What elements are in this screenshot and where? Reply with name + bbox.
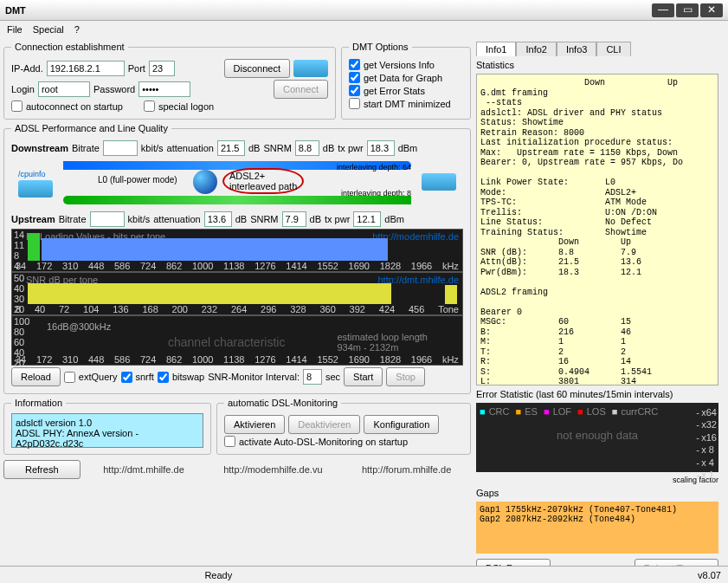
intdepth64-label: interleaving depth: 64 xyxy=(337,163,411,172)
link2[interactable]: http://modemhilfe.de.vu xyxy=(223,464,322,475)
login-label: Login xyxy=(11,84,35,94)
info-box: adslctl version 1.0 ADSL PHY: AnnexA ver… xyxy=(11,413,203,448)
ds-dbm: dBm xyxy=(398,143,418,153)
us-txpwr-label: tx pwr xyxy=(325,214,350,224)
start-button[interactable]: Start xyxy=(344,367,383,386)
menubar: File Special ? xyxy=(0,21,728,38)
snrft-checkbox[interactable] xyxy=(121,372,132,383)
information-legend: Information xyxy=(11,398,66,408)
get-graph-checkbox[interactable] xyxy=(349,72,360,83)
tab-info3[interactable]: Info3 xyxy=(557,42,596,56)
bitswap-label: bitswap xyxy=(172,372,204,382)
ip-input[interactable] xyxy=(47,61,125,76)
close-button[interactable]: ✕ xyxy=(700,3,723,17)
us-bitrate-label: Bitrate xyxy=(59,214,87,224)
ip-label: IP-Add. xyxy=(11,63,43,74)
konfiguration-button[interactable]: Konfiguration xyxy=(364,415,439,434)
pilot-bar xyxy=(28,233,40,261)
titlebar: DMT — ▭ ✕ xyxy=(0,0,728,21)
minimize-button[interactable]: — xyxy=(652,3,674,17)
ds-bit-bars xyxy=(42,238,388,261)
ds-attn-input[interactable] xyxy=(217,140,245,156)
statistics-label: Statistics xyxy=(476,60,718,70)
tab-info1[interactable]: Info1 xyxy=(476,42,516,56)
lof-label: LOF xyxy=(553,406,571,417)
get-versions-checkbox[interactable] xyxy=(349,59,360,70)
menu-file[interactable]: File xyxy=(7,24,23,35)
us-db2: dB xyxy=(310,214,321,224)
us-txpwr-input[interactable] xyxy=(353,211,381,227)
link3[interactable]: http://forum.mhilfe.de xyxy=(362,464,451,475)
us-snrm-input[interactable] xyxy=(282,211,306,227)
ds-bitrate-input[interactable] xyxy=(103,140,138,156)
speciallogon-checkbox[interactable] xyxy=(144,100,155,112)
get-errors-checkbox[interactable] xyxy=(349,85,360,96)
tab-info2[interactable]: Info2 xyxy=(516,42,556,56)
info-line2: ADSL PHY: AnnexA version - A2pD032c.d23c xyxy=(16,428,199,449)
activate-automon-checkbox[interactable] xyxy=(224,436,235,447)
interleaved-label: interleaved path xyxy=(229,181,297,191)
get-versions-label: get Versions Info xyxy=(364,60,435,70)
stop-button[interactable]: Stop xyxy=(386,367,425,386)
snrmon-input[interactable] xyxy=(303,369,322,385)
autoconnect-label: autoconnect on startup xyxy=(26,101,123,112)
minimized-checkbox[interactable] xyxy=(349,98,360,109)
ds-db2: dB xyxy=(323,143,334,153)
status-text: Ready xyxy=(0,570,437,580)
disconnect-button[interactable]: Disconnect xyxy=(224,59,290,78)
error-statistic-graph: ■CRC ■ES ■LOF ■LOS ■currCRC not enough d… xyxy=(476,403,718,472)
modem-right-icon xyxy=(422,173,456,191)
minimized-label: start DMT minimized xyxy=(364,99,451,109)
mode-circled: ADSL2+ interleaved path xyxy=(222,168,304,194)
connect-button[interactable]: Connect xyxy=(274,80,328,99)
connection-legend: Connection establishment xyxy=(11,42,128,52)
aktivieren-button[interactable]: Aktivieren xyxy=(224,415,285,434)
link1[interactable]: http://dmt.mhilfe.de xyxy=(103,464,184,475)
ds-txpwr-input[interactable] xyxy=(367,140,395,156)
modem-icon xyxy=(293,60,328,77)
l0-label: L0 (full-power mode) xyxy=(98,175,177,185)
tab-cli[interactable]: CLI xyxy=(596,42,630,56)
connection-fieldset: Connection establishment IP-Add. Port Di… xyxy=(3,42,336,120)
autoconnect-checkbox[interactable] xyxy=(11,100,23,112)
extquery-checkbox[interactable] xyxy=(64,372,75,383)
get-graph-label: get Data for Graph xyxy=(364,73,442,83)
login-input[interactable] xyxy=(38,81,90,97)
automon-fieldset: automatic DSL-Monitoring Aktivieren Deak… xyxy=(216,398,471,455)
adsl-legend: ADSL Performance and Line Quality xyxy=(11,123,171,133)
us-kbits: kbit/s xyxy=(128,214,151,224)
statistics-text[interactable]: Down Up G.dmt framing --stats adslctl: A… xyxy=(476,74,718,385)
cpuinfo-label: /cpuinfo xyxy=(18,170,46,178)
snrmon-label: SNR-Monitor Interval: xyxy=(208,372,300,382)
information-fieldset: Information adslctl version 1.0 ADSL PHY… xyxy=(3,398,211,455)
refresh-button[interactable]: Refresh xyxy=(3,460,81,479)
bitswap-checkbox[interactable] xyxy=(158,372,169,383)
us-dbm: dBm xyxy=(384,214,404,224)
gaps-label: Gaps xyxy=(476,488,718,498)
us-bitrate-input[interactable] xyxy=(90,211,125,227)
deaktivieren-button[interactable]: Deaktivieren xyxy=(288,415,360,434)
port-label: Port xyxy=(128,63,145,74)
upstream-label: Upstream xyxy=(11,214,55,224)
us-attn-input[interactable] xyxy=(204,211,232,227)
version-text: v8.07 xyxy=(698,570,728,580)
menu-special[interactable]: Special xyxy=(33,24,64,35)
ds-bitrate-label: Bitrate xyxy=(72,143,100,153)
dmt-options-fieldset: DMT Options get Versions Info get Data f… xyxy=(341,42,471,120)
port-input[interactable] xyxy=(149,61,175,76)
scalefactor-label: scaling factor xyxy=(476,476,718,484)
us-db1: dB xyxy=(235,214,247,224)
statusbar: Ready v8.07 xyxy=(0,566,728,583)
reload-button[interactable]: Reload xyxy=(11,367,61,386)
password-label: Password xyxy=(93,84,135,94)
menu-help[interactable]: ? xyxy=(74,24,80,35)
ds-snrm-input[interactable] xyxy=(295,140,319,156)
extquery-label: extQuery xyxy=(79,372,118,382)
get-errors-label: get Error Stats xyxy=(364,86,425,96)
maximize-button[interactable]: ▭ xyxy=(676,3,699,17)
ds-kbits: kbit/s xyxy=(141,143,164,153)
password-input[interactable] xyxy=(139,81,190,97)
errstat-label: Error Statistic (last 60 minutes/15min i… xyxy=(476,389,718,399)
info-line1: adslctl version 1.0 xyxy=(16,418,199,428)
sec-label: sec xyxy=(325,372,340,382)
